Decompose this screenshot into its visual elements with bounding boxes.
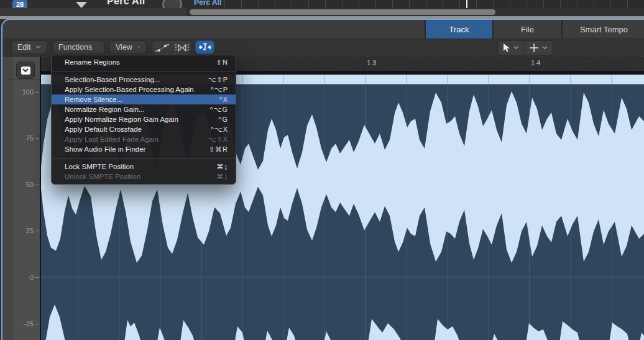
menu-item-shortcut: ^X — [219, 96, 229, 103]
menu-item-shortcut: ^⌥X — [211, 126, 228, 134]
menu-item-label: Selection-Based Processing... — [65, 76, 208, 83]
disclosure-triangle-icon[interactable] — [76, 2, 87, 8]
grid-line — [224, 0, 225, 8]
chevron-down-icon — [513, 46, 519, 50]
menu-item-label: Apply Last Edited Fade Again — [65, 136, 208, 143]
menu-item-lock-smpte-position[interactable]: Lock SMPTE Position⌘↨ — [52, 162, 236, 172]
menu-item-shortcut: ^⌥G — [210, 106, 228, 114]
grid-line — [560, 0, 561, 8]
tab-track[interactable]: Track — [425, 20, 492, 39]
scale-tick — [35, 231, 39, 231]
menu-item-apply-normalize-region-gain-again[interactable]: Apply Normalize Region Gain Again^G — [52, 114, 236, 124]
tracks-area-strip: 28 Perc All Perc All — [0, 0, 644, 8]
grid-line — [610, 0, 611, 8]
toolbar-icon-group — [152, 40, 192, 55]
left-click-tool-menu[interactable] — [498, 41, 525, 55]
grid-line — [577, 0, 577, 8]
menu-item-normalize-region-gain[interactable]: Normalize Region Gain...^⌥G — [52, 104, 236, 114]
grid-line — [493, 0, 494, 8]
grid-line — [342, 0, 343, 8]
grid-line — [476, 0, 477, 8]
grid-line — [510, 0, 510, 8]
grid-line — [241, 0, 242, 8]
ruler-bar-label: 13 — [367, 59, 378, 67]
scale-label: 0 — [12, 273, 34, 281]
functions-menu: Rename Regions⇧NSelection-Based Processi… — [51, 55, 236, 185]
grid-line — [527, 0, 527, 8]
scale-tick — [35, 324, 39, 324]
menu-item-label: Apply Default Crossfade — [65, 126, 211, 133]
menu-item-show-audio-file-in-finder[interactable]: Show Audio File in Finder⇧⌘R — [52, 144, 236, 154]
flex-icon — [174, 43, 190, 53]
pan-knob[interactable] — [162, 0, 182, 8]
menu-item-selection-based-processing[interactable]: Selection-Based Processing...⌥⇧P — [52, 75, 236, 85]
menu-item-shortcut: ⇧⌘R — [209, 145, 228, 154]
grid-line — [426, 0, 426, 8]
menu-item-apply-default-crossfade[interactable]: Apply Default Crossfade^⌥X — [52, 124, 236, 134]
region-name-label: Perc All — [194, 0, 221, 7]
tracks-grid — [191, 0, 644, 8]
menu-item-label: Normalize Region Gain... — [65, 106, 210, 113]
menu-item-shortcut: ⇧N — [216, 58, 228, 67]
grid-line — [459, 0, 460, 8]
menu-item-rename-regions[interactable]: Rename Regions⇧N — [52, 57, 236, 67]
menu-item-shortcut: ⌥⇧P — [208, 76, 228, 84]
edit-menu-button[interactable]: Edit — [11, 40, 47, 54]
scale-tick — [35, 277, 39, 278]
menu-item-label: Unlock SMPTE Position — [65, 173, 217, 180]
chevron-down-icon — [137, 45, 140, 49]
tool-menus — [497, 40, 553, 55]
menu-item-label: Lock SMPTE Position — [65, 163, 217, 170]
scale-label: 25 — [12, 227, 34, 234]
menu-separator — [52, 71, 236, 71]
panel-divider — [2, 79, 40, 80]
menu-item-apply-selection-based-processing-again[interactable]: Apply Selection-Based Processing Again^⌥… — [52, 85, 236, 94]
menu-item-label: Rename Regions — [65, 58, 216, 66]
scale-label: -25 — [12, 320, 34, 328]
grid-line — [292, 0, 292, 8]
tab-bar: TrackFileSmart Tempo — [425, 20, 644, 39]
track-number-badge: 28 — [12, 0, 27, 8]
ruler-bar-label: 14 — [531, 59, 542, 67]
pointer-tool-icon — [503, 44, 510, 52]
track-name-label: Perc All — [107, 0, 145, 7]
chevron-down-icon — [96, 45, 98, 49]
scale-tick — [35, 185, 39, 185]
menu-item-shortcut: ⌘↨ — [217, 163, 229, 171]
menu-item-unlock-smpte-position[interactable]: Unlock SMPTE Position⌘↨ — [52, 172, 236, 181]
link-button[interactable] — [16, 62, 35, 79]
snap-to-zero-crossing-button[interactable] — [195, 40, 214, 54]
grid-line — [258, 0, 259, 8]
grid-line — [627, 0, 628, 8]
edit-menu-label: Edit — [17, 43, 31, 52]
grid-line — [392, 0, 393, 8]
menu-item-remove-silence[interactable]: Remove Silence...^X — [52, 94, 236, 104]
view-menu-label: View — [116, 43, 132, 52]
scrollbar-handle[interactable] — [190, 9, 495, 15]
scale-label: 75 — [12, 134, 34, 142]
menu-item-apply-last-edited-fade-again[interactable]: Apply Last Edited Fade Again⌥⇧X — [52, 134, 236, 144]
menu-item-label: Apply Normalize Region Gain Again — [65, 116, 218, 123]
grid-line — [443, 0, 443, 8]
menu-item-shortcut: ⌥⇧X — [208, 136, 228, 144]
command-click-tool-menu[interactable] — [525, 41, 553, 55]
functions-menu-label: Functions — [58, 43, 92, 52]
playhead[interactable] — [466, 0, 467, 8]
flex-button[interactable] — [172, 41, 191, 55]
pane-divider — [0, 16, 644, 19]
scale-sub-column — [2, 57, 14, 340]
automation-button[interactable] — [152, 41, 172, 55]
view-menu-button[interactable]: View — [109, 40, 147, 54]
menu-item-shortcut: ⌘↨ — [217, 173, 229, 181]
tab-smart-tempo[interactable]: Smart Tempo — [561, 20, 644, 39]
grid-line — [543, 0, 544, 8]
menu-item-label: Apply Selection-Based Processing Again — [65, 86, 211, 93]
scale-tick — [35, 92, 39, 93]
audio-track-editor-window: 28 Perc All Perc All TrackFileSmart Temp… — [0, 0, 644, 340]
functions-menu-button[interactable]: Functions — [52, 40, 104, 54]
automation-icon — [155, 44, 170, 52]
grid-line — [409, 0, 410, 8]
tab-file[interactable]: File — [492, 20, 561, 39]
grid-line — [359, 0, 359, 8]
grid-line — [308, 0, 309, 8]
